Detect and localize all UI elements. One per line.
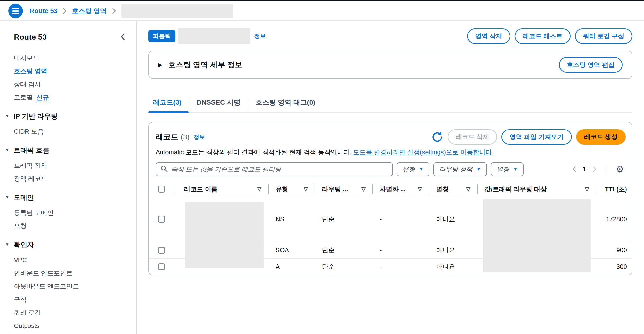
hamburger-menu-icon[interactable] (8, 4, 23, 18)
sidebar-item-requests[interactable]: 요청 (14, 223, 126, 229)
cell-differentiator: - (372, 242, 429, 258)
sidebar: Route 53 대시보드 호스팅 영역 상태 검사 프로필신규 ▼ IP 기반… (0, 21, 137, 334)
sidebar-item-dashboard[interactable]: 대시보드 (14, 55, 126, 61)
cell-type: NS (268, 196, 315, 242)
new-badge[interactable]: 신규 (36, 94, 49, 102)
routing-policy-filter-dropdown[interactable]: 라우팅 정책▼ (434, 162, 487, 176)
breadcrumb-route53-link[interactable]: Route 53 (30, 7, 58, 15)
expand-right-icon[interactable]: ▶ (158, 62, 162, 68)
col-ttl: TTL(초) (605, 185, 627, 194)
row-checkbox[interactable] (158, 216, 165, 222)
cell-differentiator: - (372, 196, 429, 242)
sidebar-item-vpc[interactable]: VPC (14, 257, 126, 263)
delete-record-button[interactable]: 레코드 삭제 (448, 129, 497, 145)
cell-type: A (268, 258, 315, 275)
cell-ttl: 172800 (596, 196, 632, 242)
select-all-checkbox[interactable] (158, 186, 165, 193)
delete-zone-button[interactable]: 영역 삭제 (467, 29, 510, 44)
zone-header: 퍼블릭 정보 영역 삭제 레코드 테스트 쿼리 로깅 구성 (148, 27, 632, 45)
caret-down-icon: ▼ (5, 242, 9, 247)
cell-ttl: 300 (596, 258, 632, 275)
sidebar-section-traffic-flow[interactable]: ▼ 트래픽 흐름 (5, 146, 126, 155)
row-checkbox[interactable] (158, 263, 165, 270)
toolbar-divider (606, 164, 607, 175)
caret-down-icon: ▼ (5, 195, 9, 200)
col-value-traffic-target: 값/트래픽 라우팅 대상 (484, 185, 547, 194)
create-record-button[interactable]: 레코드 생성 (576, 129, 626, 145)
records-count: (3) (181, 133, 190, 141)
sort-icon[interactable]: ▽ (585, 186, 589, 192)
sidebar-item-query-logging[interactable]: 쿼리 로깅 (14, 309, 126, 316)
main-content: 퍼블릭 정보 영역 삭제 레코드 테스트 쿼리 로깅 구성 ▶ 호스팅 영역 세… (137, 21, 644, 334)
sidebar-item-cidr-collections[interactable]: CIDR 모음 (14, 128, 126, 135)
sidebar-item-health-checks[interactable]: 상태 검사 (14, 81, 126, 87)
sidebar-section-resolver[interactable]: ▼ 확인자 (5, 240, 126, 249)
col-differentiator: 차별화 ... (380, 185, 406, 194)
public-zone-badge: 퍼블릭 (148, 30, 175, 42)
sidebar-item-outposts[interactable]: Outposts (14, 322, 126, 329)
test-record-button[interactable]: 레코드 테스트 (514, 29, 570, 44)
type-filter-dropdown[interactable]: 유형▼ (397, 162, 430, 176)
col-type: 유형 (276, 185, 288, 194)
sort-icon[interactable]: ▽ (418, 186, 422, 192)
caret-down-icon: ▼ (5, 114, 9, 119)
cell-routing: 단순 (315, 242, 372, 258)
chevron-right-icon (63, 8, 67, 14)
chevron-right-icon (112, 8, 116, 14)
sidebar-item-profiles[interactable]: 프로필신규 (14, 94, 126, 101)
col-record-name: 레코드 이름 (184, 185, 218, 194)
tab-bar: 레코드(3) DNSSEC 서명 호스팅 영역 태그(0) (148, 95, 632, 113)
next-page-icon[interactable] (593, 166, 596, 172)
breadcrumb-hosted-zones-link[interactable]: 호스팅 영역 (72, 7, 107, 15)
details-panel-title: 호스팅 영역 세부 정보 (168, 60, 242, 70)
sidebar-item-inbound-endpoints[interactable]: 인바운드 엔드포인트 (14, 270, 126, 276)
sort-icon[interactable]: ▽ (466, 186, 470, 192)
hosted-zone-details-panel: ▶ 호스팅 영역 세부 정보 호스팅 영역 편집 (148, 51, 632, 79)
import-zone-file-button[interactable]: 영역 파일 가져오기 (502, 129, 572, 145)
sort-icon[interactable]: ▽ (362, 186, 366, 192)
sidebar-collapse-icon[interactable] (120, 33, 125, 42)
zone-info-link[interactable]: 정보 (254, 32, 266, 40)
row-checkbox[interactable] (158, 247, 165, 254)
alias-filter-dropdown[interactable]: 별칭▼ (491, 162, 524, 176)
top-navigation-bar: Route 53 호스팅 영역 (0, 2, 644, 21)
sort-icon[interactable]: ▽ (304, 186, 308, 192)
caret-down-icon: ▼ (476, 167, 481, 172)
records-title: 레코드 (156, 132, 178, 142)
current-page-number[interactable]: 1 (582, 165, 586, 173)
sidebar-item-registered-domains[interactable]: 등록된 도메인 (14, 210, 126, 216)
configure-query-logging-button[interactable]: 쿼리 로깅 구성 (575, 29, 632, 44)
caret-down-icon: ▼ (513, 167, 518, 172)
sidebar-item-traffic-policies[interactable]: 트래픽 정책 (14, 162, 126, 169)
zone-name-redacted (178, 28, 250, 44)
search-icon (160, 165, 168, 173)
col-alias: 별칭 (436, 185, 449, 194)
sidebar-item-outbound-endpoints[interactable]: 아웃바운드 엔드포인트 (14, 283, 126, 289)
breadcrumb-zone-name-redacted (121, 5, 234, 18)
cell-alias: 아니요 (429, 196, 477, 242)
settings-link[interactable]: 모드를 변경하려면 설정(settings)으로 이동합니다. (353, 149, 494, 156)
records-card: 레코드 (3) 정보 레코드 삭제 영역 파일 가져오기 레코드 생성 (148, 122, 632, 275)
edit-hosted-zone-button[interactable]: 호스팅 영역 편집 (559, 57, 622, 73)
sort-icon[interactable]: ▽ (257, 186, 262, 192)
sidebar-section-domains[interactable]: ▼ 도메인 (5, 193, 126, 202)
cell-ttl: 900 (596, 242, 632, 258)
record-names-redacted-block (185, 202, 264, 268)
tab-records[interactable]: 레코드(3) (148, 95, 189, 113)
records-info-link[interactable]: 정보 (194, 133, 205, 141)
record-filter-search[interactable] (156, 162, 393, 176)
table-header-row: 레코드 이름▽ 유형▽ 라우팅 ...▽ 차별화 ...▽ 별칭▽ 값/트래픽 … (149, 182, 632, 196)
tab-dnssec-signing[interactable]: DNSSEC 서명 (189, 95, 248, 113)
record-values-redacted-block (483, 199, 591, 272)
previous-page-icon[interactable] (572, 166, 576, 172)
breadcrumb: Route 53 호스팅 영역 (30, 5, 234, 18)
sidebar-item-policy-records[interactable]: 정책 레코드 (14, 176, 126, 182)
gear-icon[interactable]: ⚙ (616, 165, 624, 174)
sidebar-item-hosted-zones[interactable]: 호스팅 영역 (14, 68, 126, 74)
refresh-icon[interactable] (431, 131, 443, 143)
cell-alias: 아니요 (429, 242, 477, 258)
sidebar-section-ip-based-routing[interactable]: ▼ IP 기반 라우팅 (5, 112, 126, 121)
tab-hosted-zone-tags[interactable]: 호스팅 영역 태그(0) (248, 95, 323, 113)
search-input[interactable] (171, 166, 388, 173)
sidebar-item-rules[interactable]: 규칙 (14, 296, 126, 302)
